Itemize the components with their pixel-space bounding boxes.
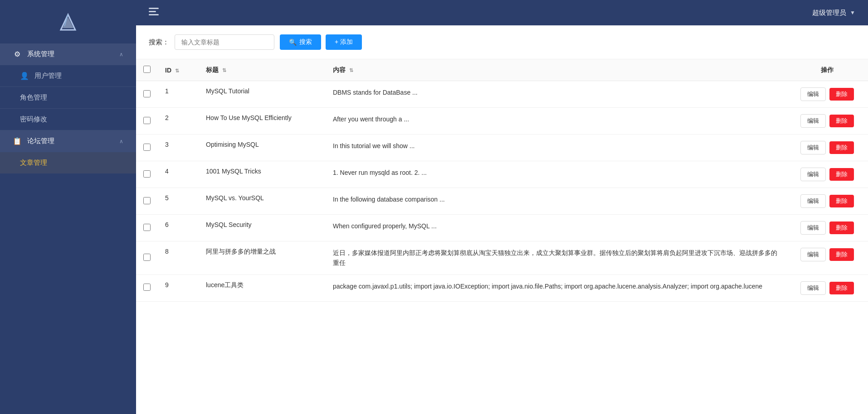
sidebar-item-label: 系统管理: [27, 50, 54, 58]
row-checkbox-cell: [136, 215, 158, 241]
article-table-wrapper: ID ⇅ 标题 ⇅ 内容 ⇅ 操作: [136, 59, 868, 302]
th-check: [136, 59, 158, 81]
th-title[interactable]: 标题 ⇅: [199, 59, 326, 81]
search-button[interactable]: 🔍 搜索: [280, 34, 321, 50]
sort-title-icon: ⇅: [222, 67, 226, 73]
search-icon: 🔍: [289, 39, 297, 46]
table-row: 6 MySQL Security When configured properl…: [136, 215, 868, 241]
row-checkbox[interactable]: [143, 254, 151, 261]
row-id: 9: [158, 274, 199, 301]
row-actions: 编辑 删除: [786, 81, 868, 108]
row-title: MySQL vs. YourSQL: [199, 188, 326, 215]
add-button[interactable]: + 添加: [326, 34, 362, 50]
table-row: 1 MySQL Tutorial DBMS stands for DataBas…: [136, 81, 868, 108]
table-header-row: ID ⇅ 标题 ⇅ 内容 ⇅ 操作: [136, 59, 868, 81]
row-actions: 编辑 删除: [786, 241, 868, 275]
edit-button[interactable]: 编辑: [800, 114, 826, 128]
gear-icon: ⚙: [13, 50, 22, 58]
edit-button[interactable]: 编辑: [800, 281, 826, 295]
th-content[interactable]: 内容 ⇅: [326, 59, 786, 81]
row-checkbox-cell: [136, 135, 158, 161]
edit-button[interactable]: 编辑: [800, 248, 826, 261]
row-actions: 编辑 删除: [786, 274, 868, 301]
row-checkbox[interactable]: [143, 144, 151, 151]
row-actions: 编辑 删除: [786, 188, 868, 215]
content-area: 搜索： 🔍 搜索 + 添加 ID: [136, 25, 868, 414]
delete-button[interactable]: 删除: [829, 282, 854, 294]
th-id[interactable]: ID ⇅: [158, 59, 199, 81]
row-actions: 编辑 删除: [786, 108, 868, 135]
row-content: In the following database comparison ...: [326, 188, 786, 215]
row-checkbox[interactable]: [143, 284, 151, 291]
row-content: 1. Never run mysqld as root. 2. ...: [326, 161, 786, 188]
sidebar-item-system-management[interactable]: ⚙ 系统管理 ∧: [0, 43, 136, 65]
delete-button[interactable]: 删除: [829, 195, 854, 207]
svg-rect-5: [149, 14, 159, 15]
sidebar-item-user-management[interactable]: 👤 用户管理: [0, 65, 136, 87]
row-checkbox[interactable]: [143, 197, 151, 204]
th-action: 操作: [786, 59, 868, 81]
row-title: 1001 MySQL Tricks: [199, 161, 326, 188]
edit-button[interactable]: 编辑: [800, 168, 826, 181]
table-row: 9 lucene工具类 package com.javaxl.p1.utils;…: [136, 274, 868, 301]
sidebar-item-article-management[interactable]: 文章管理: [0, 152, 136, 173]
table-row: 5 MySQL vs. YourSQL In the following dat…: [136, 188, 868, 215]
search-bar: 搜索： 🔍 搜索 + 添加: [136, 25, 868, 59]
delete-button[interactable]: 删除: [829, 248, 854, 261]
topbar: 超级管理员 ▼: [136, 0, 868, 25]
sidebar-item-label: 角色管理: [20, 93, 47, 102]
delete-button[interactable]: 删除: [829, 168, 854, 181]
table-body: 1 MySQL Tutorial DBMS stands for DataBas…: [136, 81, 868, 302]
row-content: After you went through a ...: [326, 108, 786, 135]
table-row: 4 1001 MySQL Tricks 1. Never run mysqld …: [136, 161, 868, 188]
row-actions: 编辑 删除: [786, 215, 868, 241]
row-id: 6: [158, 215, 199, 241]
topbar-right: 超级管理员 ▼: [812, 9, 855, 17]
row-checkbox[interactable]: [143, 90, 151, 97]
delete-button[interactable]: 删除: [829, 221, 854, 234]
sort-content-icon: ⇅: [349, 67, 353, 73]
sidebar-toggle-icon[interactable]: [149, 8, 159, 18]
sidebar-item-password-change[interactable]: 密码修改: [0, 109, 136, 130]
row-content: package com.javaxl.p1.utils; import java…: [326, 274, 786, 301]
edit-button[interactable]: 编辑: [800, 87, 826, 101]
dropdown-icon[interactable]: ▼: [850, 10, 855, 16]
user-icon: 👤: [20, 72, 29, 80]
row-checkbox[interactable]: [143, 170, 151, 178]
row-title: MySQL Tutorial: [199, 81, 326, 108]
sidebar-menu: ⚙ 系统管理 ∧ 👤 用户管理 角色管理 密码修改 📋 论坛管理 ∧ 文章管: [0, 43, 136, 414]
sidebar-item-label: 论坛管理: [27, 137, 54, 145]
row-title: How To Use MySQL Efficiently: [199, 108, 326, 135]
delete-button[interactable]: 删除: [829, 141, 854, 154]
row-checkbox[interactable]: [143, 224, 151, 231]
search-input[interactable]: [175, 34, 274, 50]
edit-button[interactable]: 编辑: [800, 221, 826, 235]
row-title: 阿里与拼多多的增量之战: [199, 241, 326, 275]
row-checkbox-cell: [136, 241, 158, 275]
row-id: 4: [158, 161, 199, 188]
row-content: 近日，多家媒体报道阿里内部正考虑将聚划算彻底从淘宝天猫独立出来，成立大聚划算事业…: [326, 241, 786, 275]
edit-button[interactable]: 编辑: [800, 194, 826, 208]
sidebar-item-role-management[interactable]: 角色管理: [0, 87, 136, 108]
app-logo: [56, 11, 80, 34]
chevron-up-icon: ∧: [119, 138, 123, 144]
edit-button[interactable]: 编辑: [800, 141, 826, 154]
sidebar-item-forum-management[interactable]: 📋 论坛管理 ∧: [0, 130, 136, 152]
search-label: 搜索：: [149, 38, 169, 47]
row-title: lucene工具类: [199, 274, 326, 301]
row-checkbox-cell: [136, 274, 158, 301]
table-row: 2 How To Use MySQL Efficiently After you…: [136, 108, 868, 135]
row-checkbox[interactable]: [143, 117, 151, 124]
sidebar-item-label: 密码修改: [20, 115, 47, 124]
article-table: ID ⇅ 标题 ⇅ 内容 ⇅ 操作: [136, 59, 868, 302]
delete-button[interactable]: 删除: [829, 115, 854, 127]
select-all-checkbox[interactable]: [143, 66, 151, 73]
username-label: 超级管理员: [812, 9, 846, 17]
sidebar: ⚙ 系统管理 ∧ 👤 用户管理 角色管理 密码修改 📋 论坛管理 ∧ 文章管: [0, 0, 136, 414]
row-content: When configured properly, MySQL ...: [326, 215, 786, 241]
sidebar-item-label: 用户管理: [34, 72, 62, 80]
logo-container: [0, 0, 136, 43]
svg-rect-3: [149, 8, 159, 9]
delete-button[interactable]: 删除: [829, 88, 854, 101]
table-row: 3 Optimising MySQL In this tutorial we w…: [136, 135, 868, 161]
